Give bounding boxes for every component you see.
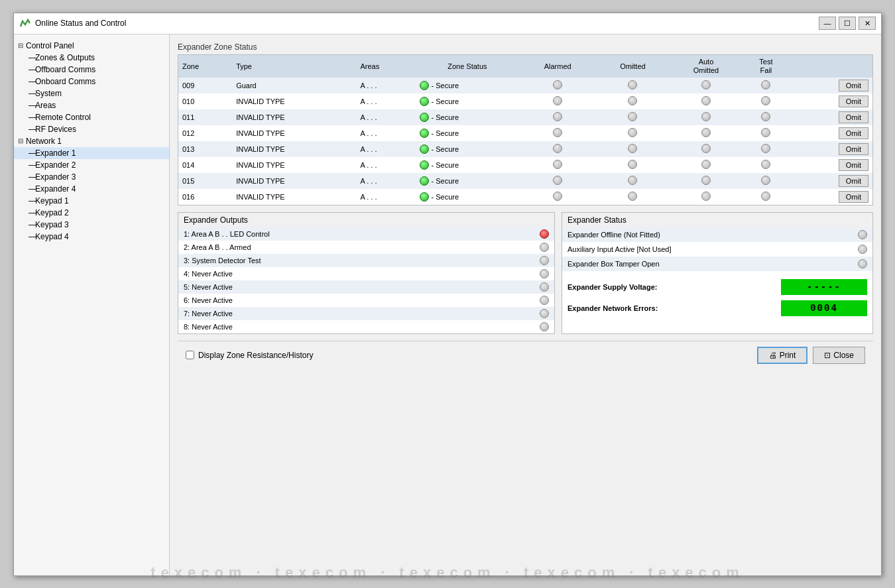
print-button[interactable]: 🖨 Print — [757, 347, 808, 364]
tree-dash: — — [29, 53, 35, 62]
zone-table: Zone Type Areas Zone Status Alarmed Omit… — [178, 55, 872, 205]
sidebar-item-areas[interactable]: — Areas — [14, 99, 169, 111]
omit-button[interactable]: Omit — [839, 159, 868, 171]
output-label: 3: System Detector Test — [184, 257, 261, 265]
omit-button[interactable]: Omit — [839, 175, 868, 187]
zone-status-cell: - Secure — [416, 141, 520, 157]
zone-type: INVALID TYPE — [232, 189, 356, 205]
display-resistance-checkbox[interactable] — [186, 351, 194, 359]
main-window: Online Status and Control — ☐ ✕ ⊟ Contro… — [13, 13, 882, 576]
auto-omitted-cell — [670, 157, 743, 173]
col-auto-omitted: Auto Omitted — [670, 55, 743, 78]
alarmed-cell — [519, 93, 596, 109]
zone-type: INVALID TYPE — [232, 93, 356, 109]
zone-areas: A . . . — [356, 78, 415, 93]
close-window-button[interactable]: ✕ — [859, 17, 876, 30]
omit-button[interactable]: Omit — [839, 111, 868, 123]
status-text: - Secure — [432, 129, 459, 137]
auto-omitted-led — [701, 80, 711, 89]
auto-omitted-cell — [670, 189, 743, 205]
omit-button[interactable]: Omit — [839, 143, 868, 155]
auto-omitted-led — [701, 160, 711, 169]
table-row: 013 INVALID TYPE A . . . - Secure Omit — [178, 141, 872, 157]
output-row: 8: Never Active — [178, 320, 554, 333]
maximize-button[interactable]: ☐ — [839, 17, 856, 30]
tree-label: Expander 1 — [35, 148, 76, 158]
auto-omitted-cell — [670, 173, 743, 189]
network-errors-row: Expander Network Errors: 0004 — [567, 300, 867, 316]
tree-label: Keypad 2 — [35, 208, 69, 217]
sidebar-item-rf-devices[interactable]: — RF Devices — [14, 123, 169, 135]
omit-action-cell: Omit — [790, 157, 872, 173]
sidebar-item-keypad-3[interactable]: — Keypad 3 — [14, 219, 169, 231]
supply-voltage-label: Expander Supply Voltage: — [567, 283, 658, 291]
sidebar-item-expander-3[interactable]: — Expander 3 — [14, 171, 169, 183]
zone-areas: A . . . — [356, 141, 415, 157]
close-button[interactable]: ⊡ Close — [813, 347, 865, 364]
omitted-led — [628, 144, 637, 153]
minimize-button[interactable]: — — [819, 17, 836, 30]
tree-dash: — — [29, 220, 35, 229]
omit-button[interactable]: Omit — [839, 191, 868, 203]
auto-omitted-led — [701, 128, 711, 137]
output-row: 7: Never Active — [178, 307, 554, 320]
sidebar-item-control-panel[interactable]: ⊟ Control Panel — [14, 40, 169, 52]
omit-button[interactable]: Omit — [839, 95, 868, 107]
alarmed-led — [553, 80, 562, 89]
sidebar-item-keypad-2[interactable]: — Keypad 2 — [14, 207, 169, 219]
tree-dash: — — [29, 89, 35, 98]
status-text: - Secure — [432, 193, 459, 201]
tree-label: Offboard Comms — [35, 65, 95, 74]
test-fail-cell — [743, 125, 789, 141]
outputs-panel: Expander Outputs 1: Area A B . . LED Con… — [178, 212, 555, 334]
close-icon: ⊡ — [824, 351, 831, 360]
zone-number: 014 — [178, 157, 232, 173]
tree-label: Remote Control — [35, 113, 91, 122]
test-fail-led — [761, 80, 770, 89]
output-label: 5: Never Active — [184, 283, 233, 291]
status-row: Expander Offline (Not Fitted) — [562, 227, 872, 242]
col-type: Type — [232, 55, 356, 78]
auto-omitted-led — [701, 96, 711, 105]
alarmed-cell — [519, 141, 596, 157]
output-row: 3: System Detector Test — [178, 254, 554, 267]
sidebar-item-expander-2[interactable]: — Expander 2 — [14, 159, 169, 171]
sidebar-item-keypad-1[interactable]: — Keypad 1 — [14, 195, 169, 207]
status-row-label: Expander Offline (Not Fitted) — [567, 231, 660, 239]
tree-dash: — — [29, 113, 35, 122]
omit-button[interactable]: Omit — [839, 80, 868, 91]
output-row: 6: Never Active — [178, 294, 554, 307]
omitted-led — [628, 176, 637, 185]
sidebar-item-network-1[interactable]: ⊟ Network 1 — [14, 135, 169, 147]
zone-number: 013 — [178, 141, 232, 157]
zone-type: INVALID TYPE — [232, 125, 356, 141]
zone-number: 010 — [178, 93, 232, 109]
titlebar: Online Status and Control — ☐ ✕ — [14, 13, 881, 34]
zone-number: 015 — [178, 173, 232, 189]
sidebar-item-system[interactable]: — System — [14, 88, 169, 99]
sidebar-item-zones-outputs[interactable]: — Zones & Outputs — [14, 52, 169, 64]
sidebar-item-expander-1[interactable]: — Expander 1 — [14, 147, 169, 159]
app-icon — [19, 17, 31, 29]
sidebar-item-onboard-comms[interactable]: — Onboard Comms — [14, 76, 169, 88]
sidebar-item-remote-control[interactable]: — Remote Control — [14, 111, 169, 123]
sidebar-item-keypad-4[interactable]: — Keypad 4 — [14, 231, 169, 243]
tree-dash: — — [29, 184, 35, 194]
output-label: 4: Never Active — [184, 270, 233, 278]
status-row: Expander Box Tamper Open — [562, 257, 872, 271]
zone-areas: A . . . — [356, 189, 415, 205]
output-label: 6: Never Active — [184, 296, 233, 304]
tree-label: Keypad 4 — [35, 232, 69, 241]
zone-status-cell: - Secure — [416, 125, 520, 141]
omit-button[interactable]: Omit — [839, 127, 868, 139]
omitted-led — [628, 128, 637, 137]
test-fail-cell — [743, 109, 789, 125]
tree-dash: — — [29, 172, 35, 182]
alarmed-led — [553, 192, 562, 201]
action-buttons: 🖨 Print ⊡ Close — [757, 347, 865, 364]
omitted-cell — [596, 125, 670, 141]
col-omitted: Omitted — [596, 55, 670, 78]
omit-action-cell: Omit — [790, 78, 872, 93]
sidebar-item-offboard-comms[interactable]: — Offboard Comms — [14, 64, 169, 76]
sidebar-item-expander-4[interactable]: — Expander 4 — [14, 183, 169, 195]
